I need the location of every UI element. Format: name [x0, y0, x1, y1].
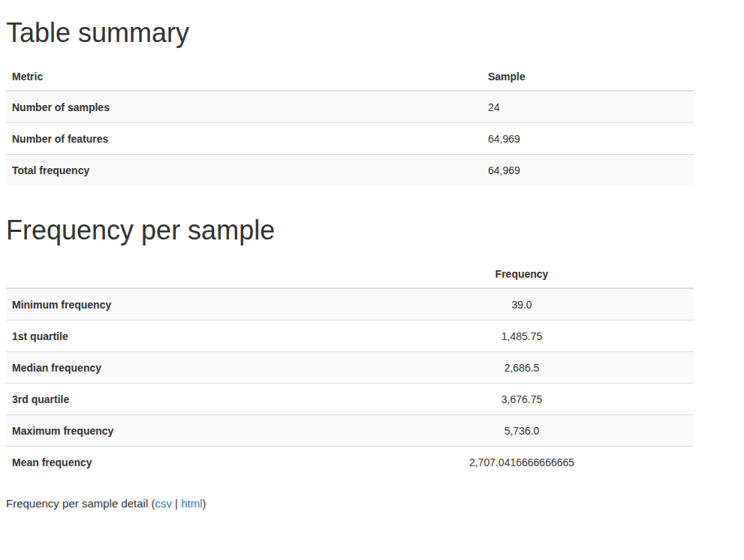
row-value-median-frequency: 2,686.5: [350, 352, 694, 384]
detail-separator-text: |: [172, 497, 181, 510]
html-link[interactable]: html: [181, 497, 202, 510]
row-value-1st-quartile: 1,485.75: [350, 321, 694, 352]
row-label-number-of-features: Number of features: [6, 123, 482, 155]
frequency-per-sample-table: Frequency Minimum frequency 39.0 1st qua…: [6, 260, 694, 477]
section-table-summary: Table summary Metric Sample Number of sa…: [6, 18, 738, 185]
frequency-detail-line: Frequency per sample detail (csv | html): [6, 492, 738, 511]
table-row: Total frequency 64,969: [6, 155, 694, 186]
table-header-row: Frequency: [6, 260, 694, 288]
row-label-number-of-samples: Number of samples: [6, 91, 482, 123]
row-value-number-of-samples: 24: [482, 91, 694, 123]
row-label-median-frequency: Median frequency: [6, 352, 350, 384]
column-header-empty: [6, 260, 350, 288]
table-header-row: Metric Sample: [6, 63, 694, 91]
page-title-table-summary: Table summary: [6, 18, 738, 48]
detail-prefix-text: Frequency per sample detail (: [6, 497, 155, 510]
row-label-mean-frequency: Mean frequency: [6, 447, 350, 478]
table-row: 1st quartile 1,485.75: [6, 321, 694, 352]
section-frequency-per-sample: Frequency per sample Frequency Minimum f…: [6, 215, 738, 477]
row-value-mean-frequency: 2,707.0416666666665: [350, 447, 694, 478]
row-value-minimum-frequency: 39.0: [350, 288, 694, 321]
table-row: Number of features 64,969: [6, 123, 694, 155]
row-value-number-of-features: 64,969: [482, 123, 694, 155]
row-value-total-frequency: 64,969: [482, 155, 694, 186]
table-row: Minimum frequency 39.0: [6, 288, 694, 321]
table-row: Maximum frequency 5,736.0: [6, 415, 694, 447]
column-header-frequency: Frequency: [350, 260, 694, 288]
table-summary-table: Metric Sample Number of samples 24 Numbe…: [6, 63, 694, 185]
page-title-frequency-per-sample: Frequency per sample: [6, 215, 738, 245]
csv-link[interactable]: csv: [155, 497, 172, 510]
row-label-1st-quartile: 1st quartile: [6, 321, 350, 352]
table-row: 3rd quartile 3,676.75: [6, 384, 694, 415]
column-header-sample: Sample: [482, 63, 694, 91]
row-label-total-frequency: Total frequency: [6, 155, 482, 186]
row-label-minimum-frequency: Minimum frequency: [6, 288, 350, 321]
table-row: Mean frequency 2,707.0416666666665: [6, 447, 694, 478]
column-header-metric: Metric: [6, 63, 482, 91]
table-row: Median frequency 2,686.5: [6, 352, 694, 384]
feature-table-summary-report: Table summary Metric Sample Number of sa…: [6, 18, 738, 511]
row-label-3rd-quartile: 3rd quartile: [6, 384, 350, 415]
row-value-3rd-quartile: 3,676.75: [350, 384, 694, 415]
row-label-maximum-frequency: Maximum frequency: [6, 415, 350, 447]
detail-suffix-text: ): [203, 497, 206, 510]
row-value-maximum-frequency: 5,736.0: [350, 415, 694, 447]
table-row: Number of samples 24: [6, 91, 694, 123]
